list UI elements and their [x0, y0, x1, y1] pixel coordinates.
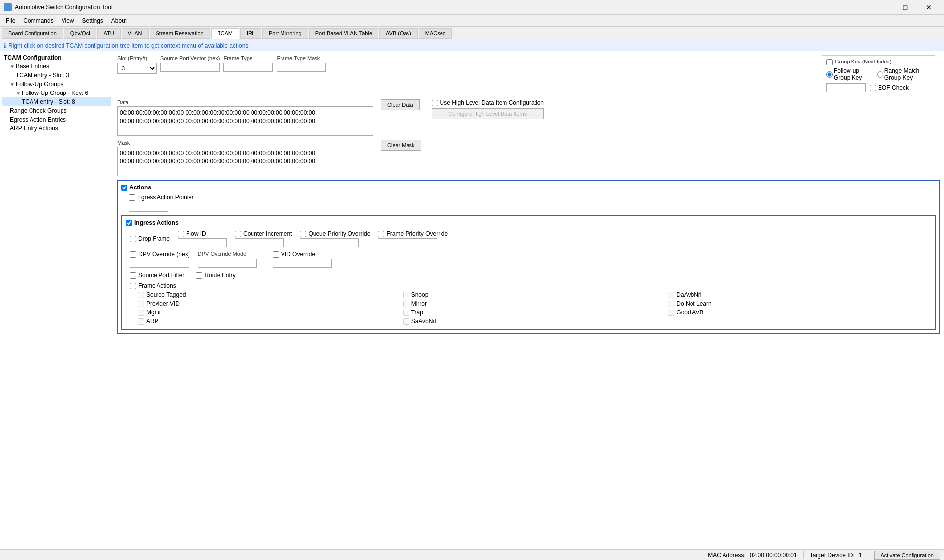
clear-data-button[interactable]: Clear Data [381, 99, 420, 110]
dpv-override-label[interactable]: DPV Override (hex) [130, 251, 190, 258]
arp-checkbox[interactable] [138, 318, 144, 325]
do-not-learn-checkbox[interactable] [668, 301, 674, 307]
frame-actions-checkbox[interactable] [130, 283, 136, 289]
queue-priority-label[interactable]: Queue Priority Override [300, 230, 370, 237]
source-tagged-label[interactable]: Source Tagged [138, 291, 401, 298]
mask-area[interactable]: 00:00:00:00:00:00:00:00 00:00:00:00:00:0… [117, 147, 373, 176]
mgmt-label[interactable]: Mgmt [138, 309, 401, 316]
frame-priority-label[interactable]: Frame Priority Override [378, 230, 448, 237]
tab-avb-qav[interactable]: AVB (Qav) [379, 28, 418, 39]
menu-settings[interactable]: Settings [78, 15, 107, 26]
egress-pointer-checkbox[interactable] [129, 194, 135, 201]
spv-input[interactable]: 0040 [160, 63, 220, 72]
flow-id-checkbox[interactable] [178, 231, 184, 237]
route-entry-label[interactable]: Route Entry [196, 272, 235, 279]
configure-high-level-button[interactable]: Configure High Level Data Items [432, 108, 544, 119]
maximize-button[interactable]: □ [894, 0, 916, 15]
tab-board-config[interactable]: Board Configuration [2, 28, 63, 39]
vid-override-input[interactable]: 2 [273, 259, 332, 268]
daavbnrl-checkbox[interactable] [668, 292, 674, 298]
activate-config-button[interactable]: Activate Configuration [874, 551, 940, 560]
tab-vlan[interactable]: VLAN [122, 28, 149, 39]
range-match-radio[interactable] [877, 71, 883, 78]
group-key-value[interactable]: 1 [826, 83, 866, 92]
vid-override-checkbox[interactable] [273, 251, 279, 258]
snoop-label[interactable]: Snoop [403, 291, 666, 298]
ingress-actions-checkbox[interactable] [126, 220, 132, 226]
frame-priority-checkbox[interactable] [378, 231, 384, 237]
dpv-mode-input[interactable]: 3 [198, 259, 257, 268]
frame-mask-input[interactable]: 3 [277, 63, 326, 72]
good-avb-label[interactable]: Good AVB [668, 309, 931, 316]
tab-qbv-qci[interactable]: Qbv/Qci [64, 28, 96, 39]
mirror-checkbox[interactable] [403, 301, 409, 307]
source-tagged-checkbox[interactable] [138, 292, 144, 298]
provider-vid-checkbox[interactable] [138, 301, 144, 307]
use-high-level-label[interactable]: Use High Level Data Item Configuration [432, 99, 544, 106]
flow-id-label[interactable]: Flow ID [178, 230, 227, 237]
dpv-override-input[interactable]: 0 [130, 259, 189, 268]
sidebar-item-base-entries[interactable]: ▼ Base Entries [2, 62, 111, 71]
use-high-level-checkbox[interactable] [432, 100, 438, 106]
menu-file[interactable]: File [2, 15, 19, 26]
eof-check-label[interactable]: EOF Check [870, 84, 909, 91]
menu-about[interactable]: About [107, 15, 130, 26]
good-avb-checkbox[interactable] [668, 310, 674, 316]
saavbnrl-checkbox[interactable] [403, 318, 409, 325]
daavbnrl-label[interactable]: DaAvbNrl [668, 291, 931, 298]
frame-priority-input[interactable]: 0 [378, 238, 437, 247]
dpv-override-checkbox[interactable] [130, 251, 136, 258]
eof-check-checkbox[interactable] [870, 85, 876, 91]
route-entry-checkbox[interactable] [196, 272, 202, 279]
range-match-radio-label[interactable]: Range Match Group Key [877, 67, 931, 81]
mirror-label[interactable]: Mirror [403, 300, 666, 307]
flow-id-input[interactable]: 0 [178, 238, 227, 247]
counter-increment-input[interactable]: 0 [235, 238, 284, 247]
sidebar-item-tcam-entry-3[interactable]: TCAM entry - Slot: 3 [2, 71, 111, 80]
slot-select[interactable]: 3 [117, 63, 157, 74]
source-port-filter-label[interactable]: Source Port Filter [130, 272, 184, 279]
frame-type-input[interactable]: 0 [223, 63, 273, 72]
sidebar-item-tcam-entry-8[interactable]: TCAM entry - Slot: 8 [2, 97, 111, 106]
provider-vid-label[interactable]: Provider VID [138, 300, 401, 307]
menu-commands[interactable]: Commands [19, 15, 57, 26]
tab-macsec[interactable]: MACsec [419, 28, 452, 39]
trap-checkbox[interactable] [403, 310, 409, 316]
group-key-checkbox[interactable] [826, 59, 833, 65]
clear-mask-button[interactable]: Clear Mask [381, 140, 421, 151]
snoop-checkbox[interactable] [403, 292, 409, 298]
menu-view[interactable]: View [58, 15, 78, 26]
saavbnrl-label[interactable]: SaAvbNrl [403, 318, 666, 325]
tab-port-mirroring[interactable]: Port Mirroring [262, 28, 308, 39]
queue-priority-input[interactable]: 0 [300, 238, 359, 247]
drop-frame-checkbox[interactable] [130, 236, 136, 242]
tab-stream-reservation[interactable]: Stream Reservation [150, 28, 210, 39]
close-button[interactable]: ✕ [917, 0, 940, 15]
tab-atu[interactable]: ATU [97, 28, 121, 39]
vid-override-label[interactable]: VID Override [273, 251, 332, 258]
frame-actions-label[interactable]: Frame Actions [130, 282, 931, 289]
follow-up-radio-label[interactable]: Follow-up Group Key [826, 67, 873, 81]
minimize-button[interactable]: — [870, 0, 893, 15]
data-area[interactable]: 00:00:00:00:00:00:00:00 00:00:00:00:00:0… [117, 106, 373, 136]
tab-port-based-vlan[interactable]: Port Based VLAN Table [309, 28, 378, 39]
arp-label[interactable]: ARP [138, 318, 401, 325]
egress-pointer-value[interactable]: 0 [129, 203, 168, 212]
sidebar-item-arp-entry[interactable]: ARP Entry Actions [2, 124, 111, 133]
sidebar-item-followup-groups[interactable]: ▼ Follow-Up Groups [2, 80, 111, 89]
trap-label[interactable]: Trap [403, 309, 666, 316]
counter-increment-label[interactable]: Counter Increment [235, 230, 292, 237]
do-not-learn-label[interactable]: Do Not Learn [668, 300, 931, 307]
source-port-filter-checkbox[interactable] [130, 272, 136, 279]
actions-checkbox[interactable] [121, 185, 127, 191]
counter-increment-checkbox[interactable] [235, 231, 241, 237]
mgmt-checkbox[interactable] [138, 310, 144, 316]
tab-irl[interactable]: IRL [240, 28, 261, 39]
follow-up-radio[interactable] [826, 71, 833, 78]
sidebar-item-followup-group-6[interactable]: ▼ Follow-Up Group - Key: 6 [2, 89, 111, 97]
content-area: Slot (Entry#) 3 Source Port Vector (hex)… [113, 51, 944, 549]
tab-tcam[interactable]: TCAM [211, 28, 239, 39]
queue-priority-checkbox[interactable] [300, 231, 306, 237]
sidebar-item-range-check[interactable]: Range Check Groups [2, 106, 111, 115]
sidebar-item-egress-actions[interactable]: Egress Action Entries [2, 115, 111, 124]
